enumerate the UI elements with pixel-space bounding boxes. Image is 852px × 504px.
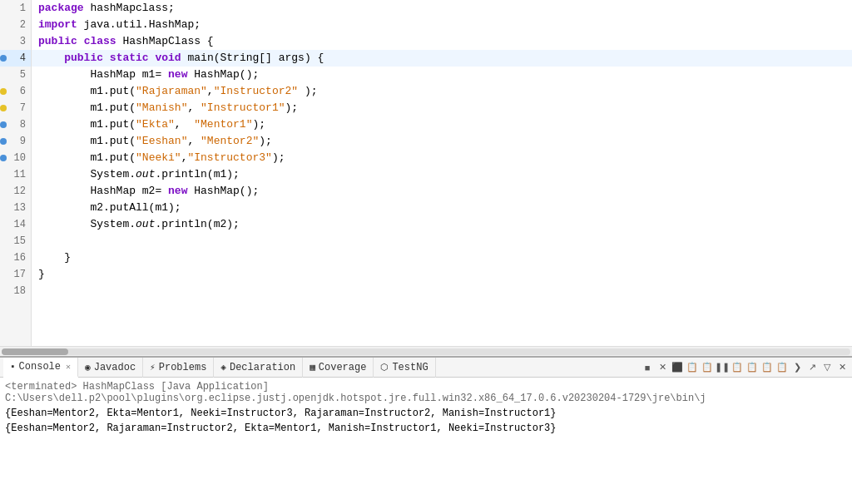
tab-close-console[interactable]: ✕ [66, 362, 71, 372]
console-status: <terminated> HashMapClass [Java Applicat… [5, 381, 847, 404]
code-line-9: m1.put("Eeshan", "Mentor2"); [32, 133, 852, 150]
code-line-10: m1.put("Neeki","Instructor3"); [32, 150, 852, 166]
line-number-7: 7 [0, 100, 31, 116]
line-number-14: 14 [0, 216, 31, 233]
code-line-16: } [32, 250, 852, 266]
toolbar-btn-10[interactable]: ❯ [790, 361, 804, 374]
toolbar-btn-6[interactable]: 📋 [731, 361, 744, 374]
code-line-13: m2.putAll(m1); [32, 200, 852, 216]
toolbar-btn-12[interactable]: ▽ [820, 361, 834, 374]
code-line-3: public class HashMapClass { [32, 33, 852, 50]
toolbar-btn-0[interactable]: ■ [641, 361, 654, 374]
line-number-2: 2 [0, 17, 31, 33]
tab-label-coverage: Coverage [319, 362, 367, 373]
toolbar-btn-13[interactable]: ✕ [835, 361, 849, 374]
code-line-6: m1.put("Rajaraman","Instructor2" ); [32, 83, 852, 100]
console-output-line2: {Eeshan=Mentor2, Rajaraman=Instructor2, … [5, 421, 847, 436]
code-line-8: m1.put("Ekta", "Mentor1"); [32, 116, 852, 133]
tab-icon-declaration: ◈ [220, 362, 226, 373]
code-line-4: public static void main(String[] args) { [32, 50, 852, 67]
code-line-17: } [32, 266, 852, 283]
code-container[interactable]: 123456789101112131415161718 package hash… [0, 0, 852, 346]
line-number-18: 18 [0, 283, 31, 299]
editor-scrollbar[interactable] [0, 346, 852, 356]
line-number-1: 1 [0, 0, 31, 17]
tab-icon-problems: ⚡ [150, 362, 156, 373]
line-number-13: 13 [0, 200, 31, 216]
tab-label-javadoc: Javadoc [94, 362, 136, 373]
tab-icon-testng: ⬡ [380, 362, 389, 373]
code-line-14: System.out.println(m2); [32, 216, 852, 233]
code-lines: package hashMapclass;import java.util.Ha… [32, 0, 852, 346]
tab-console[interactable]: ▪Console✕ [3, 358, 78, 378]
toolbar-btn-3[interactable]: 📋 [686, 361, 699, 374]
tab-icon-console: ▪ [10, 362, 16, 372]
line-number-5: 5 [0, 67, 31, 83]
line-number-3: 3 [0, 33, 31, 50]
code-line-2: import java.util.HashMap; [32, 17, 852, 33]
code-line-12: HashMap m2= new HashMap(); [32, 183, 852, 200]
line-number-16: 16 [0, 250, 31, 266]
tab-problems[interactable]: ⚡Problems [143, 358, 214, 378]
code-line-18 [32, 283, 852, 299]
scrollbar-track [2, 348, 850, 355]
line-number-12: 12 [0, 183, 31, 200]
tab-javadoc[interactable]: ◉Javadoc [78, 358, 143, 378]
tab-coverage[interactable]: ▦Coverage [303, 358, 374, 378]
code-line-11: System.out.println(m1); [32, 166, 852, 183]
line-number-10: 10 [0, 150, 31, 166]
tab-label-declaration: Declaration [230, 362, 295, 373]
tab-toolbar: ■✕⬛📋📋❚❚📋📋📋📋❯↗▽✕ [641, 361, 849, 374]
code-line-5: HashMap m1= new HashMap(); [32, 67, 852, 83]
toolbar-btn-7[interactable]: 📋 [746, 361, 759, 374]
tab-testng[interactable]: ⬡TestNG [374, 358, 435, 378]
scrollbar-thumb [2, 348, 68, 355]
bottom-panel: ▪Console✕◉Javadoc⚡Problems◈Declaration▦C… [0, 356, 852, 504]
tab-icon-coverage: ▦ [310, 362, 315, 373]
line-number-15: 15 [0, 233, 31, 250]
line-numbers: 123456789101112131415161718 [0, 0, 32, 346]
editor-area: 123456789101112131415161718 package hash… [0, 0, 852, 356]
code-line-15 [32, 233, 852, 250]
toolbar-btn-9[interactable]: 📋 [775, 361, 789, 374]
line-number-11: 11 [0, 166, 31, 183]
toolbar-btn-8[interactable]: 📋 [760, 361, 774, 374]
code-line-1: package hashMapclass; [32, 0, 852, 17]
tab-icon-javadoc: ◉ [85, 362, 91, 373]
line-number-4: 4 [0, 50, 31, 67]
console-output-line1: {Eeshan=Mentor2, Ekta=Mentor1, Neeki=Ins… [5, 406, 847, 421]
toolbar-btn-2[interactable]: ⬛ [671, 361, 684, 374]
tab-label-problems: Problems [159, 362, 207, 373]
toolbar-btn-5[interactable]: ❚❚ [716, 361, 729, 374]
tab-declaration[interactable]: ◈Declaration [214, 358, 303, 378]
console-content: <terminated> HashMapClass [Java Applicat… [0, 378, 852, 504]
line-number-17: 17 [0, 266, 31, 283]
toolbar-btn-4[interactable]: 📋 [701, 361, 714, 374]
tab-bar: ▪Console✕◉Javadoc⚡Problems◈Declaration▦C… [0, 358, 852, 378]
code-line-7: m1.put("Manish", "Instructor1"); [32, 100, 852, 116]
line-number-9: 9 [0, 133, 31, 150]
tab-label-console: Console [19, 361, 61, 373]
tab-label-testng: TestNG [392, 362, 428, 373]
toolbar-btn-11[interactable]: ↗ [805, 361, 819, 374]
toolbar-btn-1[interactable]: ✕ [656, 361, 669, 374]
line-number-8: 8 [0, 116, 31, 133]
line-number-6: 6 [0, 83, 31, 100]
